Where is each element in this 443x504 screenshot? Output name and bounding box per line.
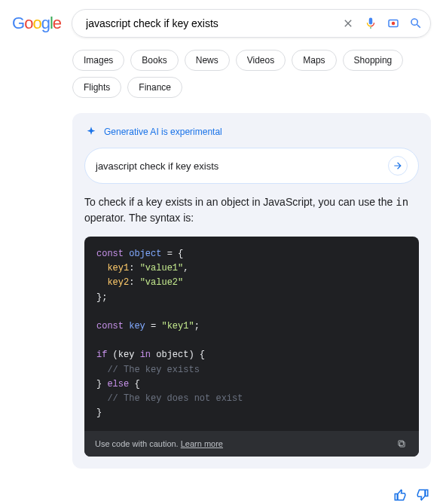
tab-maps[interactable]: Maps [292, 50, 336, 71]
tab-books[interactable]: Books [130, 50, 178, 71]
svg-rect-2 [400, 442, 405, 447]
tab-images[interactable]: Images [72, 50, 124, 71]
thumbs-down-icon[interactable] [416, 488, 429, 502]
ai-submit-button[interactable] [388, 156, 408, 176]
feedback-row [0, 481, 443, 502]
ai-overview-panel: Generative AI is experimental javascript… [72, 113, 431, 469]
learn-more-link[interactable]: Learn more [181, 439, 223, 448]
search-input[interactable] [80, 14, 341, 32]
lens-icon[interactable] [386, 17, 400, 30]
thumbs-up-icon[interactable] [393, 488, 407, 502]
search-icon[interactable] [409, 17, 423, 30]
tab-shopping[interactable]: Shopping [343, 50, 404, 71]
search-bar [72, 9, 431, 38]
code-content: const object = { key1: "value1", key2: "… [84, 237, 419, 431]
tab-videos[interactable]: Videos [236, 50, 286, 71]
code-block: const object = { key1: "value1", key2: "… [84, 237, 419, 457]
ai-answer-text: To check if a key exists in an object in… [84, 194, 419, 226]
tab-finance[interactable]: Finance [127, 77, 182, 98]
clear-icon[interactable] [341, 17, 355, 30]
ai-query-text: javascript check if key exists [96, 160, 218, 172]
ai-query-box: javascript check if key exists [84, 148, 419, 184]
ai-experimental-label: Generative AI is experimental [84, 125, 419, 139]
tab-news[interactable]: News [185, 50, 230, 71]
mic-icon[interactable] [364, 17, 377, 30]
tab-flights[interactable]: Flights [72, 77, 121, 98]
search-tabs: Images Books News Videos Maps Shopping F… [0, 44, 443, 107]
google-logo[interactable]: Google [12, 14, 61, 33]
copy-icon[interactable] [395, 437, 408, 451]
sparkle-icon [84, 125, 98, 139]
code-footer: Use code with caution. Learn more [84, 431, 419, 457]
svg-point-1 [392, 22, 396, 26]
svg-rect-3 [399, 441, 403, 445]
